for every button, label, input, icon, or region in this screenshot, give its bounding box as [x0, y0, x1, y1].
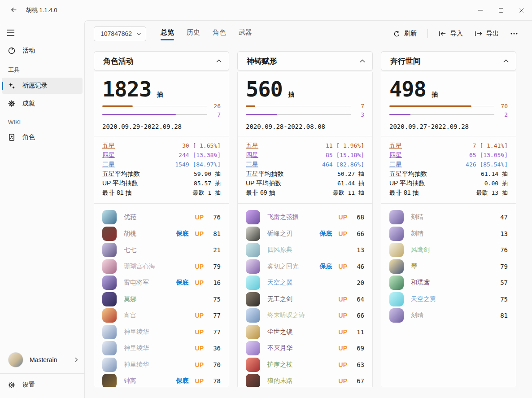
list-item[interactable]: 宵宫 保底 UP 77 — [102, 307, 221, 324]
collapse-chevron-up-icon[interactable] — [503, 59, 509, 63]
item-avatar — [389, 227, 404, 241]
banner-header[interactable]: 角色活动 — [94, 51, 229, 71]
user-name: Masterain — [30, 356, 74, 363]
stat-value: 1549 [84.97%] — [175, 161, 221, 168]
stat-label[interactable]: 三星 — [389, 161, 402, 169]
item-name: 优菈 — [124, 213, 136, 221]
user-account-row[interactable]: Masterain — [0, 346, 84, 373]
stat-row: 四星 65 [13.05%] — [389, 150, 508, 160]
item-name: 不灭月华 — [267, 344, 292, 352]
list-item[interactable]: 刻晴 保底 UP 13 — [389, 226, 508, 242]
stat-label[interactable]: 五星 — [246, 142, 258, 150]
list-item[interactable]: 尘世之锁 保底 UP 11 — [246, 324, 364, 341]
list-item[interactable]: 终末嗟叹之诗 保底 UP 66 — [246, 307, 364, 324]
list-item[interactable]: 钟离 保底 UP 78 — [102, 373, 221, 387]
nav-toggle-button[interactable] — [2, 25, 20, 41]
list-item[interactable]: 飞雷之弦振 保底 UP 68 — [246, 209, 364, 226]
item-count: 70 — [209, 361, 221, 368]
minimize-button[interactable] — [470, 0, 491, 20]
stat-value: 59.90 抽 — [194, 170, 221, 178]
list-item[interactable]: 优菈 保底 UP 76 — [102, 209, 221, 226]
close-button[interactable] — [511, 0, 532, 20]
collapse-chevron-up-icon[interactable] — [216, 59, 222, 63]
stat-row: 五星平均抽数 59.90 抽 — [102, 169, 221, 179]
list-item[interactable]: 斫峰之刃 保底 UP 66 — [246, 226, 364, 242]
main-pane: 107847862 总览 历史 角色 武器 刷新 — [84, 20, 532, 398]
back-button[interactable] — [6, 4, 22, 16]
sidebar-item-settings[interactable]: 设置 — [2, 375, 83, 395]
list-item[interactable]: 莫娜 保底 UP 75 — [102, 291, 221, 308]
list-item[interactable]: 风鹰剑 保底 UP 76 — [389, 242, 508, 258]
list-item[interactable]: 珊瑚宫心海 保底 UP 79 — [102, 258, 221, 275]
pity4-value: 3 — [351, 111, 364, 118]
export-button[interactable]: 导出 — [470, 26, 503, 41]
sidebar-item-activity[interactable]: 活动 — [2, 43, 83, 59]
stat-label[interactable]: 三星 — [246, 161, 258, 169]
banner-header[interactable]: 奔行世间 — [381, 51, 516, 71]
item-name: 雷电将军 — [124, 279, 149, 287]
list-item[interactable]: 雾切之回光 保底 UP 46 — [246, 258, 364, 275]
tab-weapon[interactable]: 武器 — [234, 26, 257, 42]
list-item[interactable]: 护摩之杖 保底 UP 63 — [246, 357, 364, 373]
list-item[interactable]: 雷电将军 保底 UP 16 — [102, 275, 221, 291]
stat-label[interactable]: 四星 — [102, 151, 115, 159]
stat-value: 65 [13.05%] — [466, 152, 508, 158]
item-name: 神里绫华 — [124, 344, 149, 352]
divider — [381, 136, 516, 136]
tab-history[interactable]: 历史 — [182, 26, 205, 42]
banner-header[interactable]: 神铸赋形 — [237, 51, 373, 71]
more-button[interactable] — [506, 26, 522, 41]
item-name: 七七 — [124, 246, 136, 254]
sidebar: 活动 工具 祈愿记录 成就 WIKI 角色 Masterain 设置 — [0, 20, 84, 398]
item-avatar — [102, 341, 117, 355]
stat-value: 最欧 11 抽 — [333, 189, 364, 197]
collapse-chevron-up-icon[interactable] — [360, 59, 365, 63]
list-item[interactable]: 神里绫华 保底 UP 36 — [102, 340, 221, 357]
list-item[interactable]: 神里绫华 保底 UP 70 — [102, 357, 221, 373]
list-item[interactable]: 四风原典 保底 UP 13 — [246, 242, 364, 258]
item-avatar — [246, 243, 260, 257]
account-selector[interactable]: 107847862 — [94, 26, 146, 41]
tab-strip: 总览 历史 角色 武器 — [156, 26, 257, 42]
sidebar-item-character[interactable]: 角色 — [2, 129, 83, 145]
stat-label[interactable]: 四星 — [389, 151, 402, 159]
item-name: 胡桃 — [124, 230, 136, 238]
refresh-button[interactable]: 刷新 — [389, 26, 421, 41]
up-badge: UP — [339, 230, 347, 237]
list-item[interactable]: 和璞鸢 保底 UP 57 — [389, 275, 508, 291]
list-item[interactable]: 狼的末路 保底 UP 67 — [246, 373, 364, 387]
import-button[interactable]: 导入 — [434, 26, 467, 41]
item-avatar — [389, 259, 404, 274]
pity5-progress: 26 — [102, 102, 221, 110]
item-count: 16 — [209, 279, 221, 286]
list-item[interactable]: 天空之翼 保底 UP 20 — [246, 275, 364, 291]
sidebar-item-achievement[interactable]: 成就 — [2, 96, 83, 112]
maximize-button[interactable] — [491, 0, 511, 20]
stat-row: 三星 426 [85.54%] — [389, 160, 508, 169]
stat-row: UP 平均抽数 0.00 抽 — [389, 179, 508, 188]
stat-label[interactable]: 三星 — [102, 161, 115, 169]
list-item[interactable]: 神里绫华 保底 UP 77 — [102, 324, 221, 341]
list-item[interactable]: 琴 保底 UP 79 — [389, 258, 508, 275]
stat-label[interactable]: 四星 — [246, 151, 258, 159]
banner-card: 奔行世间 498 抽 70 2 2020.09.27-2022.09.28 五星… — [381, 51, 516, 387]
list-item[interactable]: 七七 保底 UP 21 — [102, 242, 221, 258]
stat-label[interactable]: 五星 — [389, 142, 402, 150]
date-range: 2020.09.28-2022.08.08 — [246, 123, 364, 130]
sidebar-item-wish-log[interactable]: 祈愿记录 — [2, 78, 83, 94]
tab-character[interactable]: 角色 — [208, 26, 231, 42]
list-item[interactable]: 刻晴 保底 UP 81 — [389, 307, 508, 324]
list-item[interactable]: 天空之翼 保底 UP 75 — [389, 291, 508, 308]
up-badge: UP — [195, 377, 204, 385]
pity5-value: 70 — [494, 103, 508, 109]
stat-label[interactable]: 五星 — [102, 142, 115, 150]
list-item[interactable]: 不灭月华 保底 UP 69 — [246, 340, 364, 357]
stat-row: 四星 244 [13.38%] — [102, 150, 221, 160]
item-avatar — [246, 210, 260, 224]
list-item[interactable]: 刻晴 保底 UP 47 — [389, 209, 508, 226]
tab-overview[interactable]: 总览 — [156, 26, 179, 42]
list-item[interactable]: 胡桃 保底 UP 81 — [102, 226, 221, 242]
list-item[interactable]: 无工之剑 保底 UP 64 — [246, 291, 364, 308]
up-badge: UP — [339, 328, 347, 336]
banner-columns: 角色活动 1823 抽 26 7 2020.09.29-2022.09.28 五… — [85, 47, 532, 387]
